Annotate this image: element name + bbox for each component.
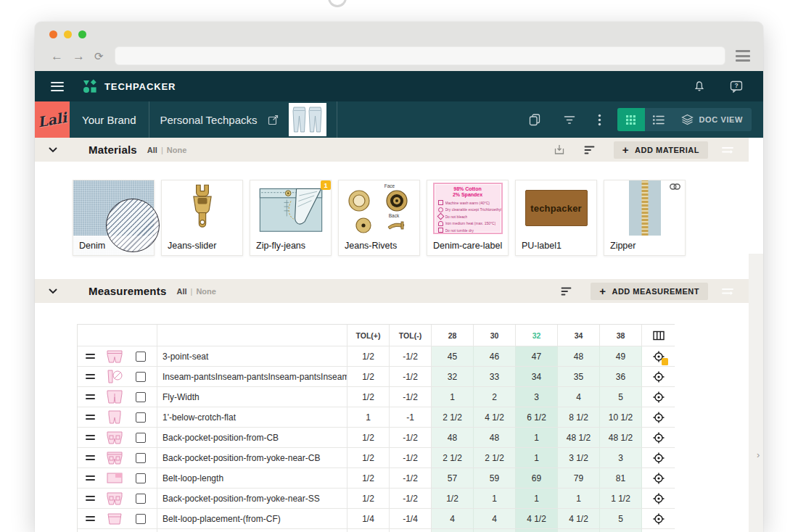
material-card-jeans-rivets[interactable]: Face Back Jeans-Rivets — [338, 180, 420, 256]
tol-minus-value[interactable]: -1/2 — [390, 448, 432, 467]
size-value[interactable]: 32 — [432, 367, 474, 386]
row-checkbox[interactable] — [136, 453, 146, 463]
tol-minus-value[interactable]: -1/2 — [390, 428, 432, 447]
size-value[interactable]: 1 — [558, 489, 600, 508]
tol-minus-value[interactable]: -1/2 — [390, 387, 432, 407]
measurement-name[interactable]: Belt-loop-length — [157, 468, 347, 488]
size-value[interactable]: 45 — [432, 346, 474, 366]
row-checkbox[interactable] — [136, 412, 146, 423]
size-value[interactable]: 1 1/2 — [600, 489, 642, 508]
size-value[interactable]: 2 1/2 — [474, 448, 516, 467]
measurement-point-button[interactable] — [642, 346, 675, 366]
traffic-light-minimize[interactable] — [64, 30, 72, 38]
measurement-name[interactable] — [157, 529, 347, 532]
list-view-button[interactable] — [645, 108, 672, 131]
drag-handle-icon[interactable] — [86, 496, 95, 501]
tol-plus-value[interactable]: 1/2 — [347, 448, 390, 467]
size-value[interactable]: 48 — [432, 428, 474, 447]
drag-handle-icon[interactable] — [86, 455, 95, 460]
sort-icon[interactable] — [561, 286, 572, 296]
tol-minus-value[interactable]: -1/2 — [390, 489, 432, 508]
size-value[interactable]: 5 — [600, 509, 642, 528]
drag-handle-icon[interactable] — [86, 516, 95, 521]
row-checkbox[interactable] — [136, 514, 146, 524]
sort-icon[interactable] — [584, 145, 595, 155]
drag-handle-icon[interactable] — [86, 394, 95, 399]
size-value[interactable]: 1 — [516, 428, 558, 447]
size-value[interactable]: 4 — [474, 509, 516, 528]
drag-handle-icon[interactable] — [86, 374, 95, 379]
tol-plus-value[interactable]: 1/4 — [347, 509, 390, 528]
size-value[interactable]: 3 — [600, 448, 642, 467]
doc-view-button[interactable]: DOC VIEW — [672, 108, 752, 131]
measurement-name[interactable]: Back-pocket-position-from-yoke-near-SS — [157, 489, 347, 508]
size-value[interactable]: 8 1/2 — [558, 407, 600, 427]
techpack-cover-thumbnail[interactable] — [289, 103, 326, 136]
duplicate-icon[interactable] — [528, 113, 541, 126]
material-card-denim[interactable]: Denim — [73, 180, 155, 256]
grid-view-button[interactable] — [617, 108, 645, 131]
size-value[interactable]: 34 — [516, 367, 558, 386]
header-size-30[interactable]: 30 — [474, 325, 516, 346]
measurement-point-button[interactable] — [642, 509, 675, 528]
measurement-name[interactable]: Back-pocket-position-from-CB — [157, 428, 347, 447]
size-value[interactable]: 4 1/2 — [558, 509, 600, 528]
row-checkbox[interactable] — [136, 433, 146, 443]
select-all-link[interactable]: All — [176, 287, 186, 296]
size-value[interactable]: 1 — [516, 489, 558, 508]
material-card-jeans-slider[interactable]: Jeans-slider — [161, 180, 243, 256]
select-none-link[interactable]: None — [167, 146, 187, 154]
measurement-thumbnail[interactable] — [105, 369, 124, 384]
measurement-thumbnail[interactable] — [105, 349, 124, 364]
row-checkbox[interactable] — [136, 352, 146, 362]
header-tol-plus[interactable]: TOL(+) — [347, 325, 390, 346]
size-value[interactable] — [474, 529, 516, 532]
size-value[interactable]: 48 — [558, 346, 600, 366]
size-value[interactable]: 5 — [600, 387, 642, 407]
size-value[interactable]: 35 — [558, 367, 600, 386]
size-value[interactable]: 49 — [600, 346, 642, 366]
measurement-point-button[interactable] — [642, 407, 675, 427]
app-menu-icon[interactable] — [51, 82, 64, 91]
workspace-name[interactable]: Personal Techpacks — [149, 114, 268, 126]
header-tol-minus[interactable]: TOL(-) — [390, 325, 432, 346]
header-size-32[interactable]: 32 — [516, 325, 558, 346]
notifications-bell-icon[interactable] — [694, 80, 705, 92]
measurement-name[interactable]: 3-point-seat — [157, 346, 347, 366]
measurement-thumbnail[interactable] — [105, 389, 124, 404]
measurement-thumbnail[interactable] — [105, 470, 124, 486]
material-card-zipper[interactable]: Zipper — [604, 180, 686, 256]
material-card-pu-label[interactable]: techpacker PU-label1 — [515, 180, 597, 256]
drag-handle-icon[interactable] — [86, 435, 95, 440]
url-bar[interactable] — [115, 46, 725, 65]
help-icon[interactable]: ? — [730, 80, 743, 93]
row-checkbox[interactable] — [136, 494, 146, 504]
browser-menu-icon[interactable] — [736, 50, 750, 62]
material-card-zip-fly-jeans[interactable]: 1 Zip-fly-jeans — [250, 180, 332, 256]
size-value[interactable]: 81 — [600, 468, 642, 488]
measurement-point-button[interactable] — [642, 489, 675, 508]
select-none-link[interactable]: None — [196, 287, 216, 296]
size-value[interactable]: 2 1/2 — [432, 407, 474, 427]
measurement-thumbnail[interactable] — [105, 450, 124, 465]
brand-name[interactable]: Your Brand — [70, 114, 149, 126]
header-size-34[interactable]: 34 — [558, 325, 600, 346]
size-value[interactable] — [600, 529, 642, 532]
comment-count-badge[interactable]: 1 — [321, 180, 331, 190]
size-value[interactable]: 1/2 — [432, 489, 474, 508]
size-value[interactable]: 69 — [516, 468, 558, 488]
tol-plus-value[interactable]: 1/2 — [347, 468, 390, 488]
tol-plus-value[interactable]: 1/2 — [347, 428, 390, 447]
measurement-point-button[interactable] — [642, 367, 675, 386]
size-value[interactable]: 36 — [600, 367, 642, 386]
material-card-denim-care-label[interactable]: 98% Cotton 2% Spandex Machine wash warm … — [427, 180, 509, 256]
measurement-point-button[interactable] — [642, 468, 675, 488]
drag-handle-icon[interactable] — [86, 415, 95, 420]
columns-settings-button[interactable] — [642, 325, 675, 346]
wrap-icon[interactable] — [721, 286, 734, 296]
measurement-name[interactable]: Back-pocket-position-from-yoke-near-CB — [157, 448, 347, 467]
tol-plus-value[interactable]: 1 — [347, 407, 390, 427]
size-value[interactable]: 1 — [516, 448, 558, 467]
size-value[interactable]: 2 1/2 — [432, 448, 474, 467]
measurement-thumbnail[interactable] — [105, 491, 124, 506]
